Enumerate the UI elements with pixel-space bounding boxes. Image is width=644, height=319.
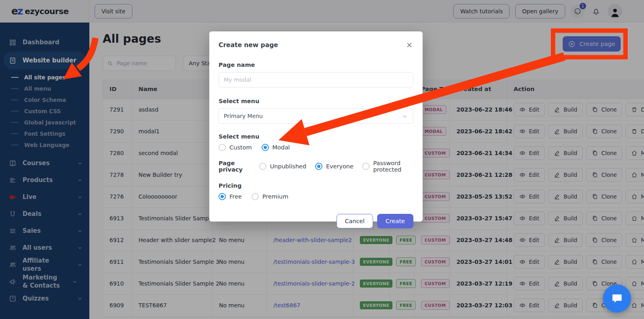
radio-modal[interactable]: Modal: [262, 144, 290, 151]
page-privacy-options: Page privacy Unpublished Everyone Passwo…: [219, 160, 413, 173]
radio-custom[interactable]: Custom: [219, 144, 252, 151]
menu-type-label: Select menu: [219, 133, 413, 140]
pricing-label: Pricing: [219, 182, 413, 189]
menu-select[interactable]: Primary Menu: [219, 108, 413, 124]
modal-title: Create new page: [219, 41, 278, 49]
radio-everyone[interactable]: Everyone: [315, 163, 353, 170]
page-name-label: Page name: [219, 62, 413, 68]
chevron-down-icon: [401, 113, 408, 120]
page-privacy-label: Page privacy: [219, 160, 250, 173]
chat-bubble-icon: [610, 292, 624, 305]
radio-unpublished[interactable]: Unpublished: [259, 163, 306, 170]
menu-type-options: Custom Modal: [219, 144, 413, 151]
select-menu-label: Select menu: [219, 98, 413, 104]
close-icon[interactable]: ×: [405, 40, 413, 50]
create-button[interactable]: Create: [377, 214, 413, 228]
create-new-page-modal: Create new page × Page name Select menu …: [209, 31, 423, 222]
page-name-input[interactable]: [219, 72, 413, 87]
pricing-options: Free Premium: [219, 193, 413, 200]
chat-launcher-button[interactable]: [603, 284, 631, 313]
radio-password-protected[interactable]: Password protected: [362, 160, 413, 173]
ezycourse-admin-app: ez ezycourse Visit site Watch tutorials …: [0, 0, 644, 319]
radio-premium[interactable]: Premium: [252, 193, 289, 200]
cancel-button[interactable]: Cancel: [336, 214, 373, 228]
radio-free[interactable]: Free: [219, 193, 242, 200]
